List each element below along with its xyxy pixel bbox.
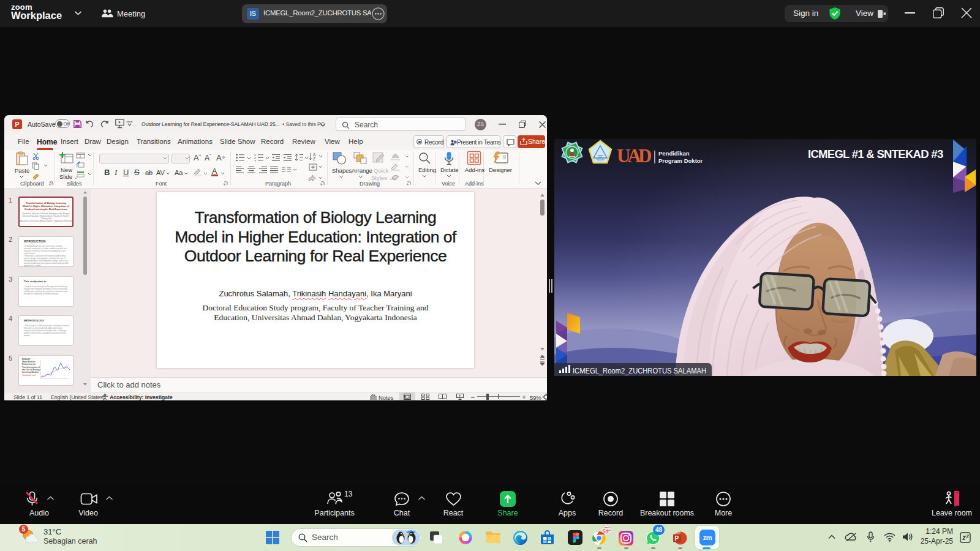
svg-text:3: 3 [254,159,256,162]
svg-text:ICMEGL #1 & SNTEKAD #3: ICMEGL #1 & SNTEKAD #3 [808,148,943,160]
svg-text:Pendidikan: Pendidikan [658,150,690,157]
svg-text:A: A [313,152,316,157]
svg-text:Z: Z [313,157,315,161]
svg-text:Program Doktor: Program Doktor [658,157,703,164]
svg-text:UAD: UAD [617,145,651,167]
svg-text:P: P [675,535,679,542]
svg-text:ICMEGL_Room2_ZUCHROTUS SALAMAH: ICMEGL_Room2_ZUCHROTUS SALAMAH [573,366,706,375]
